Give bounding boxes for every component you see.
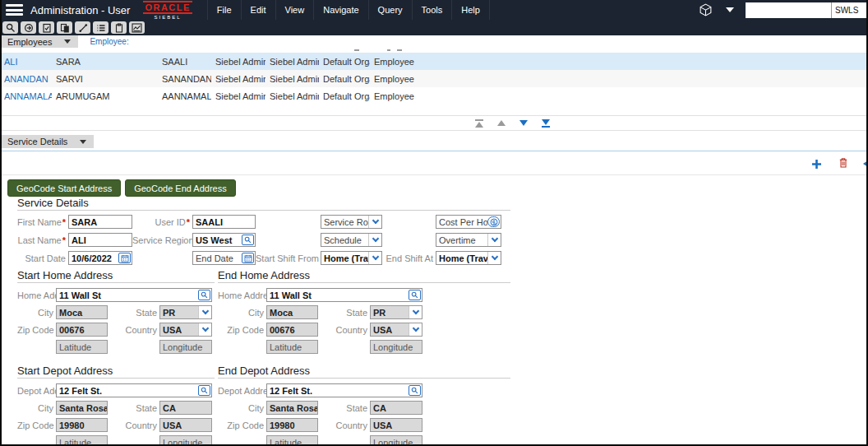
dropdown-button[interactable] bbox=[198, 323, 211, 336]
charts-button[interactable] bbox=[129, 21, 145, 34]
employee-last-name-link[interactable]: ALI bbox=[0, 57, 52, 67]
longitude-field: Longitude bbox=[159, 435, 212, 446]
copy-button[interactable] bbox=[57, 21, 72, 34]
start-shift-from-combobox[interactable]: Home (Travel In bbox=[321, 251, 382, 265]
depot-address-field[interactable]: 12 Felt St. bbox=[56, 383, 212, 397]
latitude-field: Latitude bbox=[266, 435, 318, 446]
employee-responsibility: Siebel Adminis... bbox=[211, 91, 265, 101]
employee-row-1[interactable]: ALI SARA SAALI Siebel Adminis... Siebel … bbox=[0, 53, 868, 70]
menu-file[interactable]: File bbox=[207, 0, 241, 20]
settings-caret-icon[interactable] bbox=[726, 7, 734, 12]
home-address-field[interactable]: 11 Wall St bbox=[266, 288, 422, 302]
dropdown-button[interactable] bbox=[198, 306, 211, 318]
global-search-input[interactable] bbox=[746, 2, 831, 18]
employee-last-name-link[interactable]: ANANDAN bbox=[0, 74, 52, 84]
employees-applet-menu[interactable]: Employees bbox=[0, 35, 78, 48]
pick-address-button[interactable] bbox=[409, 385, 421, 396]
employee-row-3[interactable]: ANNAMALAI ARUMUGAM AANNAMAL Siebel Admin… bbox=[0, 87, 868, 105]
country-combobox[interactable]: USA bbox=[370, 323, 422, 337]
banner-right-controls: SWLS bbox=[699, 0, 868, 20]
geocode-end-address-button[interactable]: GeoCode End Address bbox=[125, 179, 236, 197]
dropdown-button[interactable] bbox=[409, 306, 422, 318]
country-combobox[interactable]: USA bbox=[159, 323, 212, 337]
menu-tools[interactable]: Tools bbox=[412, 0, 452, 20]
collapse-applet-button[interactable] bbox=[863, 159, 868, 169]
latitude-field: Latitude bbox=[266, 340, 318, 354]
execute-query-button[interactable] bbox=[21, 21, 36, 34]
state-combobox[interactable]: PR bbox=[159, 305, 212, 319]
depot-address-field[interactable]: 12 Felt St. bbox=[266, 383, 422, 397]
dropdown-button[interactable] bbox=[487, 252, 501, 264]
menu-view[interactable]: View bbox=[275, 0, 314, 20]
start-depot-address-block: Start Depot Address Depot Address 12 Fel… bbox=[17, 366, 215, 446]
clipped-table-row bbox=[0, 48, 868, 53]
country-field: USA bbox=[370, 418, 422, 432]
validate-button[interactable] bbox=[39, 21, 54, 34]
country-label: Country bbox=[321, 325, 367, 335]
currency-calculator-button[interactable] bbox=[487, 216, 500, 227]
service-details-applet-menu[interactable]: Service Details bbox=[0, 135, 94, 148]
dropdown-button[interactable] bbox=[368, 216, 381, 228]
cost-per-hour-field[interactable]: Cost Per Hour bbox=[436, 215, 501, 229]
overtime-combobox[interactable]: Overtime bbox=[436, 233, 501, 247]
last-record-button[interactable] bbox=[542, 119, 550, 128]
menu-edit[interactable]: Edit bbox=[241, 0, 275, 20]
city-field: Santa Rosa bbox=[56, 401, 108, 415]
latitude-field: Latitude bbox=[56, 340, 108, 354]
reports-button[interactable] bbox=[111, 21, 127, 34]
service-region-field[interactable]: US West bbox=[192, 233, 256, 247]
pick-address-button[interactable] bbox=[198, 385, 210, 396]
user-id-field[interactable]: SAALI bbox=[192, 215, 256, 229]
home-address-section: Start Home Address Home Address 11 Wall … bbox=[17, 271, 510, 357]
employee-last-name-link[interactable]: ANNAMALAI bbox=[0, 91, 52, 101]
pick-address-button[interactable] bbox=[409, 290, 421, 300]
hamburger-menu-icon[interactable] bbox=[6, 4, 23, 16]
first-record-button[interactable] bbox=[475, 119, 483, 128]
sitemap-cube-icon[interactable] bbox=[699, 3, 713, 16]
calendar-picker-button[interactable] bbox=[242, 253, 254, 263]
dropdown-button[interactable] bbox=[487, 234, 501, 246]
dropdown-button[interactable] bbox=[368, 234, 381, 246]
new-record-button[interactable] bbox=[811, 158, 822, 173]
dropdown-button[interactable] bbox=[368, 252, 381, 264]
hyperlink-button[interactable] bbox=[75, 21, 90, 34]
service-role-combobox[interactable]: Service Role bbox=[321, 215, 382, 229]
employee-position: Siebel Adminis... bbox=[265, 91, 319, 101]
home-address-field[interactable]: 11 Wall St bbox=[56, 288, 212, 302]
state-combobox[interactable]: PR bbox=[370, 305, 422, 319]
magnifier-icon bbox=[411, 291, 418, 299]
employee-breadcrumb-link[interactable]: Employee: bbox=[90, 35, 128, 48]
start-shift-from-label: Start Shift From bbox=[256, 253, 318, 263]
home-address-label: Home Address bbox=[218, 290, 264, 300]
pick-record-button[interactable] bbox=[242, 235, 254, 245]
employee-position: Siebel Adminis... bbox=[265, 57, 319, 67]
next-record-button[interactable] bbox=[519, 120, 528, 126]
pick-address-button[interactable] bbox=[198, 290, 210, 300]
siebel-application-window: Administration - User ORACLE SIEBEL File… bbox=[0, 0, 868, 446]
end-shift-at-combobox[interactable]: Home (Travel In bbox=[436, 251, 501, 265]
geocode-start-address-button[interactable]: GeoCode Start Address bbox=[7, 179, 121, 197]
menu-query[interactable]: Query bbox=[368, 0, 412, 20]
menu-bar: File Edit View Navigate Query Tools Help bbox=[207, 0, 490, 20]
calendar-picker-button[interactable] bbox=[118, 253, 131, 263]
delete-record-button[interactable] bbox=[838, 157, 848, 172]
first-name-field[interactable]: SARA bbox=[68, 215, 132, 229]
triangle-down-icon bbox=[519, 120, 528, 126]
zip-code-label: Zip Code bbox=[218, 420, 264, 430]
start-home-address-block: Start Home Address Home Address 11 Wall … bbox=[17, 271, 215, 357]
start-date-field[interactable]: 10/6/2022 bbox=[68, 251, 132, 265]
employee-row-2[interactable]: ANANDAN SARVI SANANDAN Siebel Adminis...… bbox=[0, 70, 868, 87]
end-depot-address-block: End Depot Address Depot Address 12 Felt … bbox=[218, 366, 510, 446]
menu-navigate[interactable]: Navigate bbox=[313, 0, 367, 20]
schedule-combobox[interactable]: Schedule bbox=[321, 233, 382, 247]
dropdown-button[interactable] bbox=[409, 323, 422, 336]
list-view-button[interactable] bbox=[93, 21, 108, 34]
menu-help[interactable]: Help bbox=[451, 0, 490, 20]
chart-icon bbox=[132, 23, 142, 33]
environment-badge[interactable]: SWLS bbox=[831, 2, 866, 18]
previous-record-button[interactable] bbox=[497, 120, 506, 126]
last-name-field[interactable]: ALI bbox=[68, 233, 132, 247]
end-date-field[interactable]: End Date bbox=[192, 251, 256, 265]
query-search-button[interactable] bbox=[2, 21, 18, 34]
oracle-siebel-logo: ORACLE SIEBEL bbox=[140, 0, 195, 21]
